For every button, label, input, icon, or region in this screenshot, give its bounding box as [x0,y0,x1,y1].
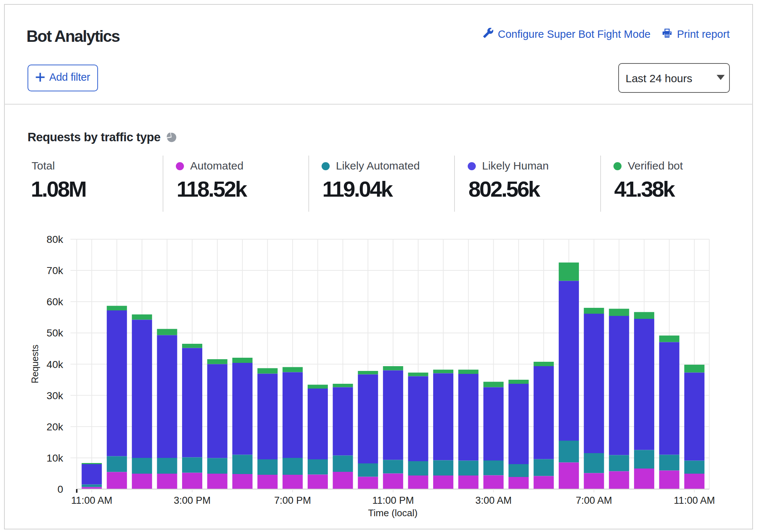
svg-text:60k: 60k [47,296,64,307]
svg-text:Requests: Requests [30,345,40,383]
svg-text:30k: 30k [47,390,64,401]
svg-text:Time (local): Time (local) [368,507,418,518]
svg-text:20k: 20k [47,421,64,433]
svg-text:70k: 70k [47,265,64,276]
svg-text:3:00 AM: 3:00 AM [475,495,512,506]
svg-text:11:00 AM: 11:00 AM [674,495,715,506]
svg-text:3:00 PM: 3:00 PM [174,495,211,506]
svg-text:0: 0 [57,484,63,495]
svg-text:11:00 AM: 11:00 AM [71,495,112,506]
svg-text:80k: 80k [47,234,64,245]
svg-text:7:00 PM: 7:00 PM [274,495,311,506]
svg-text:11:00 PM: 11:00 PM [372,495,414,506]
svg-text:40k: 40k [47,359,64,370]
svg-text:10k: 10k [47,452,64,464]
svg-text:50k: 50k [47,327,64,339]
svg-text:7:00 AM: 7:00 AM [576,495,612,506]
